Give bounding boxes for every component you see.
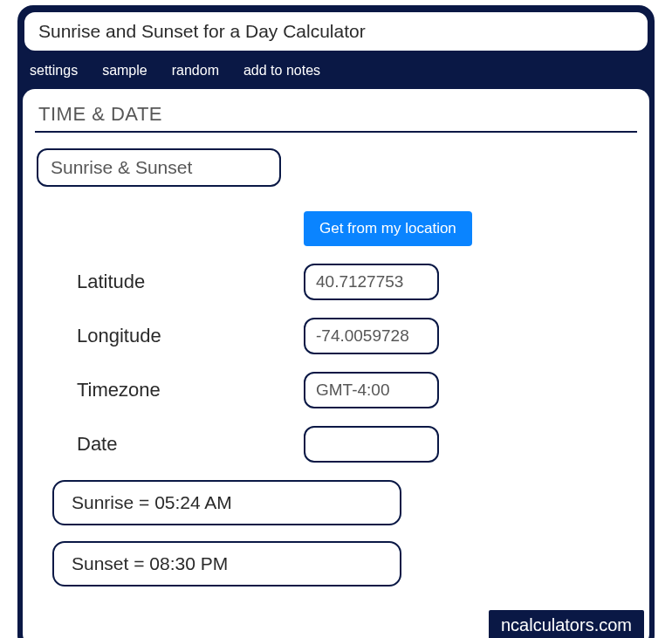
- toolbar-settings[interactable]: settings: [30, 63, 78, 79]
- sunrise-result: Sunrise = 05:24 AM: [52, 480, 401, 525]
- date-row: Date: [35, 426, 637, 463]
- longitude-label: Longitude: [35, 325, 304, 347]
- watermark: ncalculators.com: [489, 610, 644, 638]
- date-label: Date: [35, 433, 304, 456]
- get-location-button[interactable]: Get from my location: [304, 211, 472, 246]
- toolbar-add-to-notes[interactable]: add to notes: [243, 63, 320, 79]
- page-title: Sunrise and Sunset for a Day Calculator: [23, 10, 649, 52]
- latitude-row: Latitude: [35, 264, 637, 300]
- timezone-input[interactable]: [304, 372, 439, 408]
- location-button-row: Get from my location: [35, 211, 637, 246]
- toolbar-random[interactable]: random: [172, 63, 219, 79]
- sunset-result: Sunset = 08:30 PM: [52, 541, 401, 587]
- section-header: TIME & DATE: [35, 99, 637, 133]
- latitude-input[interactable]: [304, 264, 439, 300]
- date-input[interactable]: [304, 426, 439, 463]
- longitude-row: Longitude: [35, 318, 637, 354]
- latitude-label: Latitude: [35, 271, 304, 293]
- longitude-input[interactable]: [304, 318, 439, 354]
- toolbar-sample[interactable]: sample: [102, 63, 147, 79]
- main-panel: TIME & DATE Sunrise & Sunset Get from my…: [23, 89, 649, 638]
- toolbar: settings sample random add to notes: [17, 52, 655, 89]
- timezone-label: Timezone: [35, 379, 304, 401]
- subsection-title: Sunrise & Sunset: [37, 148, 281, 187]
- calculator-container: Sunrise and Sunset for a Day Calculator …: [17, 5, 655, 638]
- timezone-row: Timezone: [35, 372, 637, 408]
